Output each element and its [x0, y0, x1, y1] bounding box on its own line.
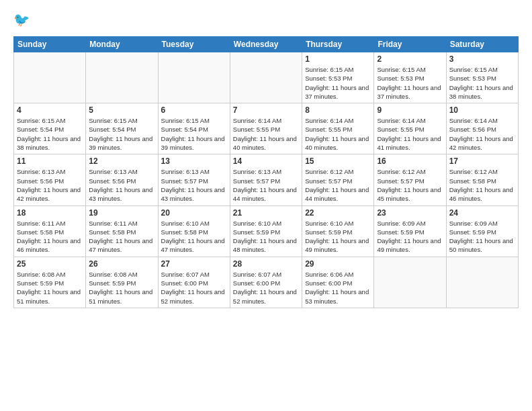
day-info: Sunrise: 6:13 AM Sunset: 5:57 PM Dayligh… — [233, 167, 299, 203]
calendar-cell: 26Sunrise: 6:08 AM Sunset: 5:59 PM Dayli… — [86, 257, 158, 308]
day-number: 24 — [449, 208, 515, 218]
day-number: 15 — [305, 156, 371, 166]
day-info: Sunrise: 6:14 AM Sunset: 5:55 PM Dayligh… — [377, 116, 443, 152]
logo: 🐦 — [13, 11, 35, 30]
day-info: Sunrise: 6:15 AM Sunset: 5:54 PM Dayligh… — [17, 116, 83, 152]
day-info: Sunrise: 6:12 AM Sunset: 5:57 PM Dayligh… — [377, 167, 443, 203]
day-number: 13 — [161, 156, 227, 166]
day-info: Sunrise: 6:14 AM Sunset: 5:55 PM Dayligh… — [305, 116, 371, 152]
day-number: 11 — [17, 156, 83, 166]
calendar-cell — [86, 52, 158, 103]
day-number: 17 — [449, 156, 515, 166]
weekday-header-sunday: Sunday — [14, 37, 86, 52]
calendar-cell: 7Sunrise: 6:14 AM Sunset: 5:55 PM Daylig… — [230, 103, 302, 154]
day-number: 7 — [233, 105, 299, 115]
calendar-cell: 23Sunrise: 6:09 AM Sunset: 5:59 PM Dayli… — [374, 205, 446, 257]
day-info: Sunrise: 6:12 AM Sunset: 5:57 PM Dayligh… — [305, 167, 371, 203]
day-info: Sunrise: 6:15 AM Sunset: 5:53 PM Dayligh… — [377, 65, 443, 101]
calendar-cell: 3Sunrise: 6:15 AM Sunset: 5:53 PM Daylig… — [446, 52, 518, 103]
calendar-cell: 11Sunrise: 6:13 AM Sunset: 5:56 PM Dayli… — [14, 154, 86, 205]
calendar-cell: 28Sunrise: 6:07 AM Sunset: 6:00 PM Dayli… — [230, 257, 302, 308]
weekday-header-thursday: Thursday — [302, 37, 374, 52]
calendar-cell: 13Sunrise: 6:13 AM Sunset: 5:57 PM Dayli… — [158, 154, 230, 205]
day-number: 10 — [449, 105, 515, 115]
day-info: Sunrise: 6:10 AM Sunset: 5:59 PM Dayligh… — [233, 219, 299, 255]
day-number: 22 — [305, 208, 371, 218]
day-number: 16 — [377, 156, 443, 166]
day-number: 3 — [449, 54, 515, 64]
day-number: 23 — [377, 208, 443, 218]
day-info: Sunrise: 6:09 AM Sunset: 5:59 PM Dayligh… — [377, 219, 443, 255]
calendar-cell: 27Sunrise: 6:07 AM Sunset: 6:00 PM Dayli… — [158, 257, 230, 308]
header: 🐦 — [13, 11, 519, 30]
weekday-header-monday: Monday — [86, 37, 158, 52]
calendar-cell: 21Sunrise: 6:10 AM Sunset: 5:59 PM Dayli… — [230, 205, 302, 257]
weekday-header-tuesday: Tuesday — [158, 37, 230, 52]
day-number: 2 — [377, 54, 443, 64]
calendar-week-row: 11Sunrise: 6:13 AM Sunset: 5:56 PM Dayli… — [14, 154, 519, 205]
page: 🐦 SundayMondayTuesdayWednesdayThursdayFr… — [0, 0, 532, 411]
calendar-cell: 12Sunrise: 6:13 AM Sunset: 5:56 PM Dayli… — [86, 154, 158, 205]
day-number: 1 — [305, 54, 371, 64]
day-info: Sunrise: 6:10 AM Sunset: 5:59 PM Dayligh… — [305, 219, 371, 255]
calendar-cell — [230, 52, 302, 103]
day-info: Sunrise: 6:06 AM Sunset: 6:00 PM Dayligh… — [305, 270, 371, 306]
weekday-header-saturday: Saturday — [446, 37, 518, 52]
day-number: 21 — [233, 208, 299, 218]
weekday-header-wednesday: Wednesday — [230, 37, 302, 52]
calendar-cell: 24Sunrise: 6:09 AM Sunset: 5:59 PM Dayli… — [446, 205, 518, 257]
day-number: 9 — [377, 105, 443, 115]
svg-text:🐦: 🐦 — [13, 11, 30, 28]
calendar-cell: 1Sunrise: 6:15 AM Sunset: 5:53 PM Daylig… — [302, 52, 374, 103]
day-info: Sunrise: 6:08 AM Sunset: 5:59 PM Dayligh… — [89, 270, 154, 306]
weekday-header-row: SundayMondayTuesdayWednesdayThursdayFrid… — [14, 37, 519, 52]
day-number: 27 — [161, 259, 227, 269]
calendar-cell: 25Sunrise: 6:08 AM Sunset: 5:59 PM Dayli… — [14, 257, 86, 308]
day-info: Sunrise: 6:07 AM Sunset: 6:00 PM Dayligh… — [161, 270, 227, 306]
day-info: Sunrise: 6:14 AM Sunset: 5:55 PM Dayligh… — [233, 116, 299, 152]
calendar-cell: 17Sunrise: 6:12 AM Sunset: 5:58 PM Dayli… — [446, 154, 518, 205]
calendar-cell: 10Sunrise: 6:14 AM Sunset: 5:56 PM Dayli… — [446, 103, 518, 154]
calendar-week-row: 4Sunrise: 6:15 AM Sunset: 5:54 PM Daylig… — [14, 103, 519, 154]
calendar-week-row: 1Sunrise: 6:15 AM Sunset: 5:53 PM Daylig… — [14, 52, 519, 103]
calendar-cell: 6Sunrise: 6:15 AM Sunset: 5:54 PM Daylig… — [158, 103, 230, 154]
calendar-cell: 2Sunrise: 6:15 AM Sunset: 5:53 PM Daylig… — [374, 52, 446, 103]
calendar-cell — [14, 52, 86, 103]
calendar-week-row: 18Sunrise: 6:11 AM Sunset: 5:58 PM Dayli… — [14, 205, 519, 257]
calendar-cell: 22Sunrise: 6:10 AM Sunset: 5:59 PM Dayli… — [302, 205, 374, 257]
day-info: Sunrise: 6:11 AM Sunset: 5:58 PM Dayligh… — [89, 219, 154, 255]
logo-icon: 🐦 — [13, 11, 32, 30]
day-info: Sunrise: 6:15 AM Sunset: 5:54 PM Dayligh… — [89, 116, 154, 152]
calendar-week-row: 25Sunrise: 6:08 AM Sunset: 5:59 PM Dayli… — [14, 257, 519, 308]
calendar-cell — [158, 52, 230, 103]
calendar-cell: 15Sunrise: 6:12 AM Sunset: 5:57 PM Dayli… — [302, 154, 374, 205]
day-number: 4 — [17, 105, 83, 115]
day-info: Sunrise: 6:15 AM Sunset: 5:53 PM Dayligh… — [305, 65, 371, 101]
calendar-cell: 9Sunrise: 6:14 AM Sunset: 5:55 PM Daylig… — [374, 103, 446, 154]
day-number: 6 — [161, 105, 227, 115]
day-info: Sunrise: 6:13 AM Sunset: 5:57 PM Dayligh… — [161, 167, 227, 203]
calendar-cell: 20Sunrise: 6:10 AM Sunset: 5:58 PM Dayli… — [158, 205, 230, 257]
calendar-cell: 14Sunrise: 6:13 AM Sunset: 5:57 PM Dayli… — [230, 154, 302, 205]
day-number: 5 — [89, 105, 154, 115]
calendar-cell: 16Sunrise: 6:12 AM Sunset: 5:57 PM Dayli… — [374, 154, 446, 205]
calendar-table: SundayMondayTuesdayWednesdayThursdayFrid… — [13, 36, 519, 308]
calendar-cell — [446, 257, 518, 308]
weekday-header-friday: Friday — [374, 37, 446, 52]
day-number: 25 — [17, 259, 83, 269]
calendar-cell: 19Sunrise: 6:11 AM Sunset: 5:58 PM Dayli… — [86, 205, 158, 257]
calendar-cell: 4Sunrise: 6:15 AM Sunset: 5:54 PM Daylig… — [14, 103, 86, 154]
day-info: Sunrise: 6:13 AM Sunset: 5:56 PM Dayligh… — [17, 167, 83, 203]
calendar-cell: 29Sunrise: 6:06 AM Sunset: 6:00 PM Dayli… — [302, 257, 374, 308]
day-info: Sunrise: 6:15 AM Sunset: 5:53 PM Dayligh… — [449, 65, 515, 101]
day-info: Sunrise: 6:14 AM Sunset: 5:56 PM Dayligh… — [449, 116, 515, 152]
day-number: 18 — [17, 208, 83, 218]
calendar-cell: 5Sunrise: 6:15 AM Sunset: 5:54 PM Daylig… — [86, 103, 158, 154]
calendar-cell: 8Sunrise: 6:14 AM Sunset: 5:55 PM Daylig… — [302, 103, 374, 154]
day-info: Sunrise: 6:13 AM Sunset: 5:56 PM Dayligh… — [89, 167, 154, 203]
day-info: Sunrise: 6:10 AM Sunset: 5:58 PM Dayligh… — [161, 219, 227, 255]
day-number: 12 — [89, 156, 154, 166]
day-number: 26 — [89, 259, 154, 269]
day-number: 19 — [89, 208, 154, 218]
day-number: 14 — [233, 156, 299, 166]
